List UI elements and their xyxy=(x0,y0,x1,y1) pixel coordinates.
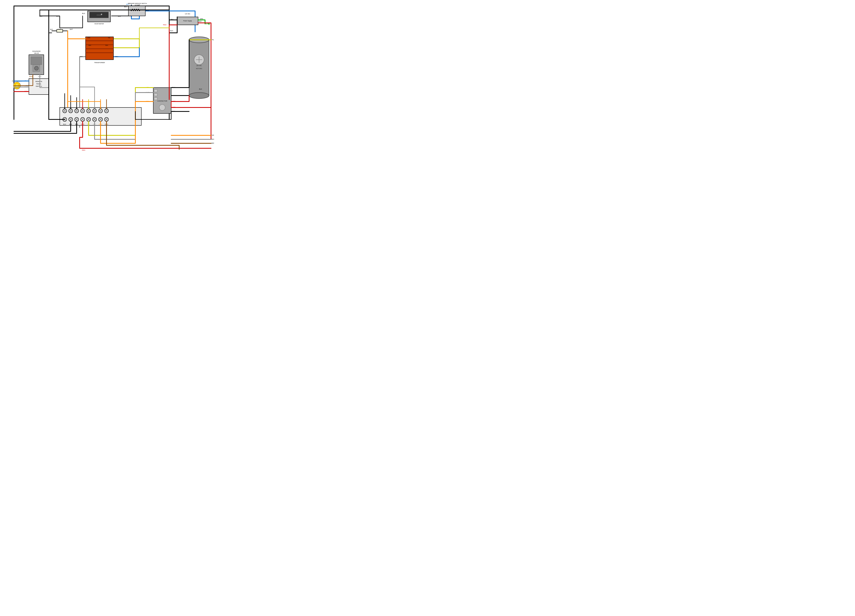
wiring-diagram xyxy=(0,0,214,154)
